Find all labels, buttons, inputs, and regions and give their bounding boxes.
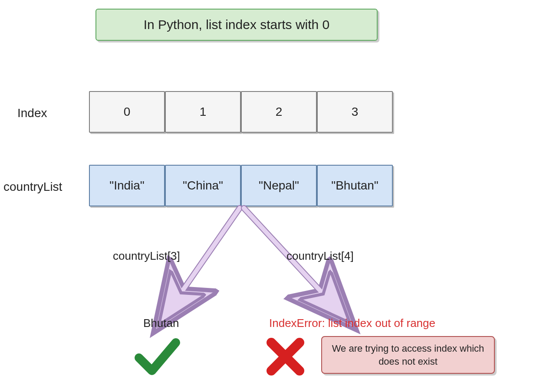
error-explain-box: We are trying to access index which does… xyxy=(321,336,495,374)
error-title: IndexError: list index out of range xyxy=(269,317,435,330)
check-icon xyxy=(135,334,182,382)
left-result-text: Bhutan xyxy=(143,317,179,330)
cross-icon xyxy=(265,336,308,379)
right-access-label: countryList[4] xyxy=(286,249,354,263)
left-access-label: countryList[3] xyxy=(113,249,180,263)
arrows-svg xyxy=(0,0,553,392)
svg-line-1 xyxy=(174,208,240,304)
